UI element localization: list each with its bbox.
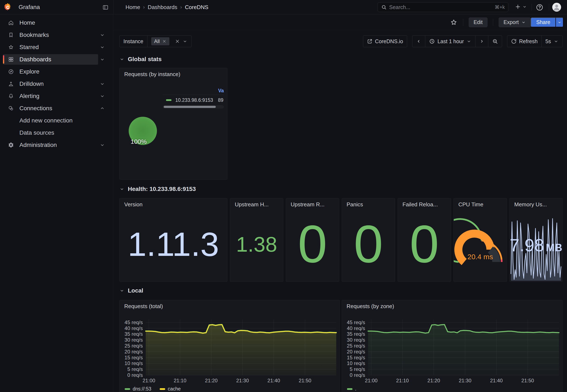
svg-text:21:20: 21:20 <box>205 378 218 383</box>
series-label[interactable]: 10.233.98.6:9153 <box>175 97 213 103</box>
chevron-down-icon[interactable] <box>100 44 105 50</box>
sidebar-item-connections[interactable]: Connections <box>0 103 113 113</box>
sidebar-item-bookmarks[interactable]: Bookmarks <box>0 30 113 40</box>
topbar-separator <box>532 4 532 11</box>
share-menu-button[interactable] <box>556 17 563 27</box>
time-shift-back-button[interactable] <box>412 36 425 47</box>
scrollbar-thumb[interactable] <box>164 106 216 108</box>
sidebar-item-data-sources[interactable]: Data sources <box>0 127 113 138</box>
legend-row[interactable]: 10.233.98.6:9153 89 <box>163 96 224 104</box>
grafana-logo[interactable] <box>3 3 12 12</box>
svg-text:30 req/s: 30 req/s <box>347 337 365 343</box>
chevron-down-icon <box>119 186 124 192</box>
chevron-down-icon[interactable] <box>100 93 105 99</box>
svg-text:45 req/s: 45 req/s <box>347 320 365 325</box>
legend-item[interactable]: dns://:53 <box>125 386 151 392</box>
section-local[interactable]: Local <box>119 287 143 294</box>
refresh-interval-button[interactable]: 5s <box>541 36 562 47</box>
bell-icon <box>8 93 14 99</box>
zoom-out-button[interactable] <box>488 36 502 47</box>
sidebar-item-home[interactable]: Home <box>0 17 113 28</box>
add-button[interactable] <box>515 4 527 10</box>
chart-legend: . <box>347 386 356 392</box>
dashboard-actions-bar: Edit Export Share <box>114 14 567 30</box>
chevron-down-icon[interactable] <box>100 142 105 148</box>
instance-filter[interactable]: Instance All <box>119 35 191 47</box>
panel-title[interactable]: Upstream H... <box>235 201 269 208</box>
svg-text:21:10: 21:10 <box>174 378 187 383</box>
star-dashboard-button[interactable] <box>450 19 458 26</box>
filter-chip-all[interactable]: All <box>151 37 170 45</box>
edit-button[interactable]: Edit <box>469 17 487 27</box>
dock-menu-icon[interactable] <box>102 4 109 11</box>
series-value: 89 <box>218 97 223 103</box>
legend-item[interactable]: . <box>347 386 356 392</box>
zoom-out-icon <box>492 38 498 44</box>
svg-text:21:00: 21:00 <box>365 378 378 383</box>
sidebar-item-starred[interactable]: Starred <box>0 42 113 53</box>
panel-title[interactable]: Memory Us... <box>514 201 547 208</box>
panel-version: Version 1.11.3 <box>119 198 227 282</box>
svg-text:21:40: 21:40 <box>490 378 503 383</box>
export-button[interactable]: Export <box>499 17 531 27</box>
stat-value: 0 <box>342 218 395 271</box>
chevron-up-icon[interactable] <box>100 106 105 111</box>
panel-title[interactable]: Failed Reloa... <box>403 201 438 208</box>
bookmark-icon <box>8 32 14 38</box>
clock-icon <box>429 38 435 44</box>
panel-panics: Panics 0 <box>342 198 395 282</box>
legend-item[interactable]: cache <box>160 386 181 392</box>
chevron-down-icon[interactable] <box>100 81 105 87</box>
chevron-down-icon[interactable] <box>100 57 105 62</box>
drilldown-icon <box>8 81 14 87</box>
connections-icon <box>8 105 14 111</box>
panel-title[interactable]: Upstream R... <box>291 201 324 208</box>
panel-memory-usage: Memory Us... 7.98MB <box>509 198 563 282</box>
help-button[interactable] <box>536 4 543 11</box>
actions-separator <box>463 19 463 26</box>
time-shift-forward-button[interactable] <box>475 36 488 47</box>
chevron-down-icon[interactable] <box>182 39 188 44</box>
breadcrumb-home[interactable]: Home <box>126 4 140 11</box>
chevron-down-icon[interactable] <box>100 32 105 38</box>
section-health[interactable]: Health: 10.233.98.6:9153 <box>119 186 196 192</box>
coredns-link-button[interactable]: CoreDNS.io <box>363 35 407 47</box>
svg-text:21:10: 21:10 <box>396 378 409 383</box>
search-icon <box>381 4 387 10</box>
user-avatar[interactable] <box>552 3 561 12</box>
legend-divider <box>163 95 224 95</box>
panel-upstream-healthy: Upstream H... 1.38 <box>230 198 283 282</box>
plus-icon <box>515 4 521 10</box>
series-swatch <box>160 388 165 390</box>
share-button[interactable]: Share <box>531 17 556 27</box>
svg-text:30 req/s: 30 req/s <box>124 337 143 343</box>
svg-text:40 req/s: 40 req/s <box>347 325 365 331</box>
sidebar-item-add-new-connection[interactable]: Add new connection <box>0 115 113 126</box>
sidebar-item-drilldown[interactable]: Drilldown <box>0 79 113 89</box>
time-range-button[interactable]: Last 1 hour <box>425 36 475 47</box>
svg-text:25 req/s: 25 req/s <box>347 343 365 349</box>
panel-title[interactable]: Requests (by instance) <box>124 71 180 78</box>
legend-scrollbar[interactable] <box>163 105 224 109</box>
clear-filter-icon[interactable] <box>175 39 180 44</box>
sidebar-item-alerting[interactable]: Alerting <box>0 91 113 101</box>
breadcrumb-dashboards[interactable]: Dashboards <box>148 4 177 11</box>
sidebar-item-explore[interactable]: Explore <box>0 66 113 77</box>
instance-filter-value[interactable]: All <box>147 36 191 47</box>
close-icon[interactable] <box>162 39 166 43</box>
refresh-picker: Refresh 5s <box>507 35 563 47</box>
legend-column-header[interactable]: Va <box>218 88 224 94</box>
sidebar-item-dashboards[interactable]: Dashboards <box>0 54 113 65</box>
grafana-app: Grafana Home › Dashboards › CoreDNS Sear… <box>0 0 567 392</box>
brand-title[interactable]: Grafana <box>19 0 40 14</box>
section-global-stats[interactable]: Global stats <box>119 56 161 63</box>
search-input[interactable]: Search... ⌘+k <box>378 2 508 12</box>
gauge-chart <box>454 198 507 281</box>
timeseries-chart: 0 req/s5 req/s10 req/s15 req/s20 req/s25… <box>120 300 340 392</box>
svg-text:10 req/s: 10 req/s <box>124 360 143 366</box>
panel-title[interactable]: Panics <box>347 201 363 208</box>
chevron-down-icon <box>466 39 471 44</box>
refresh-button[interactable]: Refresh <box>507 36 541 47</box>
sidebar-item-administration[interactable]: Administration <box>0 140 113 150</box>
panel-title[interactable]: Version <box>124 201 143 208</box>
